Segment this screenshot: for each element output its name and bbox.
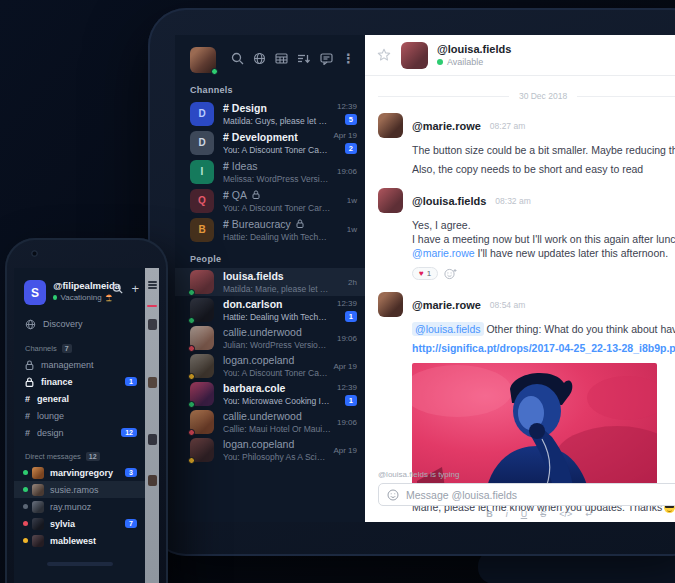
- mention-chip[interactable]: @louisa.fields: [412, 322, 484, 336]
- person-time: 12:39: [337, 383, 357, 392]
- mention-link[interactable]: @marie.rowe: [412, 247, 475, 259]
- phone-channel-design[interactable]: # design 12: [14, 424, 145, 441]
- home-indicator[interactable]: [47, 562, 113, 566]
- message-avatar[interactable]: [378, 113, 403, 138]
- channel-row-qa[interactable]: Q #QA You: A Discount Toner Cartridge Is…: [175, 186, 365, 215]
- channel-row-ideas[interactable]: I #Ideas Melissa: WordPress Version 2.0.…: [175, 157, 365, 186]
- channel-name: Development: [232, 131, 298, 143]
- avatar-thumbnail: [148, 434, 157, 445]
- online-status-dot: [211, 68, 218, 75]
- person-name: callie.underwood: [223, 410, 333, 422]
- person-time: 12:39: [337, 299, 357, 308]
- channel-avatar: B: [190, 218, 214, 242]
- bold-button[interactable]: B: [486, 509, 493, 519]
- online-status-dot: [23, 470, 28, 475]
- reaction-pill[interactable]: ♥1: [412, 267, 438, 280]
- channel-name: Bureaucracy: [232, 218, 291, 230]
- message-author[interactable]: @marie.rowe: [412, 120, 481, 132]
- channel-preview: Hattie: Dealing With Technical Suppo…: [223, 232, 331, 242]
- phone-channel-lounge[interactable]: # lounge: [14, 407, 145, 424]
- person-row-louisa-fields[interactable]: louisa.fields Matilda: Marie, please let…: [175, 268, 365, 296]
- chat-user-avatar[interactable]: [401, 42, 428, 69]
- busy-status-dot: [23, 521, 28, 526]
- unread-badge: 12: [121, 428, 137, 437]
- channel-time: 1w: [347, 196, 357, 205]
- person-row-logan-copeland-2[interactable]: logan.copeland You: Philosophy As A Scie…: [175, 436, 365, 464]
- return-button[interactable]: ↵: [585, 509, 593, 519]
- search-icon[interactable]: [231, 52, 244, 65]
- message-time: 08:54 am: [490, 300, 525, 310]
- dm-row-ray-munoz[interactable]: ray.munoz: [14, 498, 145, 515]
- phone-user-status: Vacationing: [60, 293, 101, 302]
- phone-channel-finance[interactable]: finance 1: [14, 373, 145, 390]
- composer-area: @louisa.fields is typing Message @louisa…: [378, 470, 675, 521]
- message-input[interactable]: Message @louisa.fields: [378, 483, 675, 506]
- unread-badge: 1: [345, 395, 357, 406]
- add-channel-icon[interactable]: +: [131, 283, 139, 294]
- add-reaction-icon[interactable]: [444, 268, 457, 280]
- globe-icon: [25, 319, 36, 330]
- workspace-logo[interactable]: S: [24, 280, 46, 305]
- current-user-avatar[interactable]: [190, 47, 216, 73]
- message-author[interactable]: @louisa.fields: [412, 195, 486, 207]
- online-status-dot: [188, 289, 195, 296]
- dm-row-sylvia[interactable]: sylvia 7: [14, 515, 145, 532]
- globe-icon[interactable]: [253, 52, 266, 65]
- message-avatar[interactable]: [378, 188, 403, 213]
- dm-row-mablewest[interactable]: mablewest: [14, 532, 145, 549]
- channel-preview: You: A Discount Toner Cartridge Is B…: [223, 203, 331, 213]
- message-square-icon[interactable]: [320, 52, 333, 65]
- unread-badge: 5: [345, 114, 357, 125]
- phone-channel-general[interactable]: # general: [14, 390, 145, 407]
- phone-sidebar-drawer: S @filipealmeida Vacationing +: [14, 268, 145, 583]
- hamburger-menu-icon[interactable]: [148, 281, 157, 289]
- dm-row-marvingregory[interactable]: marvingregory 3: [14, 464, 145, 481]
- person-preview: Julian: WordPress Version 2.0.3: [223, 340, 331, 350]
- dm-name: susie.ramos: [50, 485, 99, 495]
- shared-link[interactable]: http://significa.pt/drops/2017-04-25_22-…: [412, 342, 675, 354]
- person-time: 19:06: [337, 418, 357, 427]
- channel-name: finance: [41, 377, 73, 387]
- underline-button[interactable]: U: [521, 509, 528, 519]
- chat-panel: @louisa.fields Available 30 Dec 2018 @ma…: [365, 35, 675, 522]
- hash-icon: #: [25, 428, 30, 438]
- phone-device: S @filipealmeida Vacationing +: [5, 238, 168, 583]
- star-icon[interactable]: [377, 48, 391, 62]
- discovery-item[interactable]: Discovery: [14, 315, 145, 333]
- person-time: Apr 19: [333, 362, 357, 371]
- person-row-callie-underwood-2[interactable]: callie.underwood Callie: Maui Hotel Or M…: [175, 408, 365, 436]
- phone-camera: [31, 250, 38, 257]
- channel-row-development[interactable]: D #Development You: A Discount Toner Car…: [175, 128, 365, 157]
- busy-status-dot: [188, 429, 195, 436]
- kebab-menu-icon[interactable]: ⋮: [342, 53, 355, 65]
- person-row-don-carlson[interactable]: don.carlson Hattie: Dealing With Technic…: [175, 296, 365, 324]
- phone-channels-label: Channels: [25, 344, 57, 353]
- phone-channel-management[interactable]: management: [14, 356, 145, 373]
- search-icon[interactable]: [112, 283, 123, 294]
- message-avatar[interactable]: [378, 292, 403, 317]
- message: @marie.rowe 08:27 am The button size cou…: [378, 113, 675, 176]
- person-row-callie-underwood[interactable]: callie.underwood Julian: WordPress Versi…: [175, 324, 365, 352]
- online-status-dot: [188, 317, 195, 324]
- person-row-logan-copeland[interactable]: logan.copeland You: A Discount Toner Car…: [175, 352, 365, 380]
- chat-user-name: @louisa.fields: [437, 43, 511, 55]
- strikethrough-button[interactable]: S: [540, 509, 546, 519]
- message-time: 08:32 am: [495, 196, 530, 206]
- italic-button[interactable]: i: [506, 509, 508, 519]
- channel-row-bureaucracy[interactable]: B #Bureaucracy Hattie: Dealing With Tech…: [175, 215, 365, 244]
- person-row-barbara-cole[interactable]: barbara.cole You: Microwave Cooking Is T…: [175, 380, 365, 408]
- input-placeholder: Message @louisa.fields: [406, 489, 517, 501]
- emoji-picker-icon[interactable]: [387, 489, 399, 501]
- user-avatar: [32, 484, 44, 496]
- channel-avatar: D: [190, 131, 214, 155]
- dm-name: sylvia: [50, 519, 75, 529]
- channel-row-design[interactable]: D #Design Matilda: Guys, please let me k…: [175, 99, 365, 128]
- dm-row-susie-ramos[interactable]: susie.ramos: [14, 481, 145, 498]
- code-button[interactable]: </>: [559, 509, 572, 519]
- hash-icon: #: [223, 102, 229, 114]
- message-author[interactable]: @marie.rowe: [412, 299, 481, 311]
- phone-username: @filipealmeida: [53, 280, 112, 291]
- table-icon[interactable]: [275, 52, 288, 65]
- sort-descending-icon[interactable]: [297, 52, 311, 65]
- lock-icon: [252, 190, 260, 199]
